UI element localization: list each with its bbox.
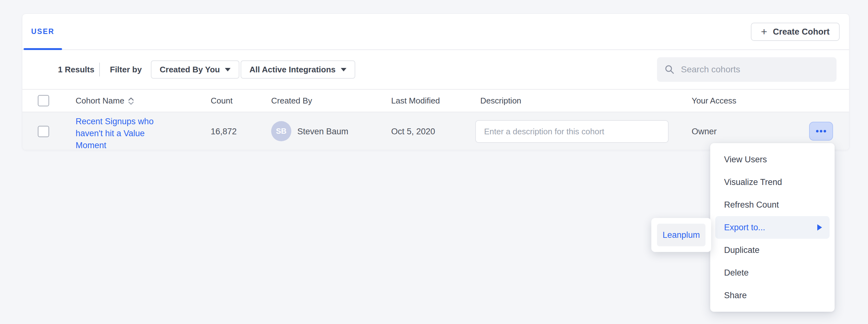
menu-item-visualize-trend[interactable]: Visualize Trend [710,171,835,193]
header-created-by: Created By [271,96,312,106]
filter-bar: 1 Results Filter by Created By You All A… [22,50,849,89]
header-count: Count [211,96,232,106]
dot-icon [816,130,818,133]
plus-icon: + [761,26,767,37]
cohorts-card: USER + Create Cohort 1 Results Filter by… [22,13,849,150]
filter-by-label: Filter by [110,65,142,75]
created-by-name: Steven Baum [297,127,348,136]
chevron-down-icon [341,68,346,71]
sort-icon[interactable] [128,97,134,105]
menu-item-view-users[interactable]: View Users [710,148,835,171]
header-description: Description [480,96,521,106]
avatar: SB [271,121,291,141]
tab-user[interactable]: USER [24,14,62,49]
table-header: Cohort Name Count Created By Last Modifi… [22,89,849,112]
menu-item-duplicate[interactable]: Duplicate [710,239,835,261]
create-cohort-button[interactable]: + Create Cohort [751,23,840,41]
search-icon [664,65,675,75]
description-input[interactable] [475,120,669,143]
cohort-count: 16,872 [211,127,237,136]
integrations-dropdown[interactable]: All Active Integrations [241,61,355,79]
create-cohort-label: Create Cohort [773,27,830,37]
menu-item-export-to-label: Export to... [724,223,765,232]
cohort-name-link[interactable]: Recent Signups who haven't hit a Value M… [75,115,156,150]
search-box [657,57,837,82]
tab-user-label: USER [31,27,55,36]
results-count: 1 Results [58,65,94,75]
last-modified-date: Oct 5, 2020 [391,127,435,136]
row-checkbox[interactable] [38,126,49,137]
menu-item-refresh-count[interactable]: Refresh Count [710,193,835,216]
tabs-bar: USER + Create Cohort [22,14,849,50]
menu-item-export-to[interactable]: Export to... [715,216,830,239]
divider [99,63,100,76]
access-level: Owner [692,127,717,136]
menu-item-share[interactable]: Share [710,284,835,307]
cohorts-page: USER + Create Cohort 1 Results Filter by… [0,0,868,324]
select-all-checkbox[interactable] [38,95,49,106]
header-your-access: Your Access [692,96,736,106]
header-cohort-name[interactable]: Cohort Name [75,96,134,106]
header-last-modified: Last Modified [391,96,440,106]
export-submenu: Leanplum [651,218,711,252]
menu-item-delete[interactable]: Delete [710,261,835,284]
header-cohort-name-label: Cohort Name [75,96,124,106]
row-actions-button[interactable] [809,122,833,141]
dot-icon [820,130,822,133]
integrations-dropdown-label: All Active Integrations [249,65,336,75]
chevron-down-icon [225,68,230,71]
dot-icon [824,130,826,133]
submenu-arrow-icon [817,224,822,230]
submenu-item-leanplum[interactable]: Leanplum [657,224,706,246]
search-input[interactable] [681,65,829,75]
created-by-dropdown-label: Created By You [160,65,220,75]
row-context-menu: View Users Visualize Trend Refresh Count… [710,143,835,312]
created-by-dropdown[interactable]: Created By You [151,61,239,79]
